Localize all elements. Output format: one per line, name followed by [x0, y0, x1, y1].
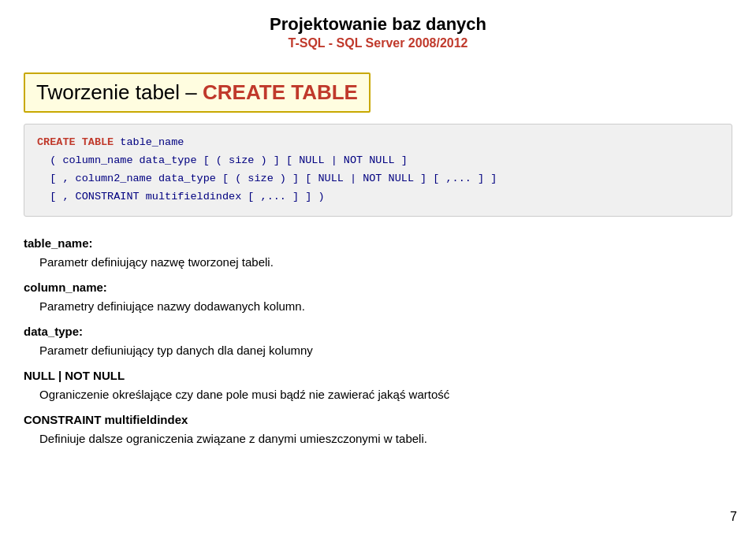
desc-term-3: data_type: — [24, 325, 83, 338]
code-keyword-create: CREATE — [37, 136, 76, 148]
header-subtitle: T-SQL - SQL Server 2008/2012 — [16, 36, 740, 50]
desc-text-3: Parametr defiuniujący typ danych dla dan… — [39, 344, 313, 357]
desc-term-1: table_name: — [24, 236, 93, 250]
desc-text-4: Ograniczenie określające czy dane pole m… — [39, 388, 449, 401]
desc-block-1: table_name: Parametr definiujący nazwę t… — [24, 234, 732, 272]
desc-block-5: CONSTRAINT multifieldindex Definiuje dal… — [24, 411, 732, 448]
code-text-3: [ , column2_name data_type [ ( size ) ] … — [37, 173, 497, 184]
code-text-2: ( column_name data_type [ ( size ) ] [ N… — [37, 154, 408, 166]
page-number: 7 — [730, 510, 737, 524]
code-text-4: [ , CONSTRAINT multifieldindex [ ,... ] … — [37, 191, 325, 202]
code-line-2: ( column_name data_type [ ( size ) ] [ N… — [37, 152, 719, 170]
page: Projektowanie baz danych T-SQL - SQL Ser… — [0, 0, 756, 535]
main-content: Tworzenie tabel – CREATE TABLE CREATE TA… — [0, 58, 756, 470]
header: Projektowanie baz danych T-SQL - SQL Ser… — [0, 0, 756, 58]
desc-block-2: column_name: Parametry definiujące nazwy… — [24, 278, 732, 316]
code-keyword-table: TABLE — [82, 136, 114, 148]
desc-text-1: Parametr definiujący nazwę tworzonej tab… — [39, 255, 274, 269]
desc-text-5: Definiuje dalsze ograniczenia związane z… — [39, 432, 427, 445]
desc-text-2: Parametry definiujące nazwy dodawanych k… — [39, 299, 305, 313]
code-line-1: CREATE TABLE table_name — [37, 134, 719, 152]
descriptions: table_name: Parametr definiujący nazwę t… — [24, 234, 732, 448]
desc-block-3: data_type: Parametr defiuniujący typ dan… — [24, 322, 732, 360]
code-block: CREATE TABLE table_name ( column_name da… — [24, 124, 732, 217]
code-tablename: table_name — [120, 136, 184, 148]
section-heading: Tworzenie tabel – CREATE TABLE — [24, 72, 371, 113]
header-title: Projektowanie baz danych — [16, 14, 740, 35]
code-line-3: [ , column2_name data_type [ ( size ) ] … — [37, 170, 719, 188]
section-heading-prefix: Tworzenie tabel – — [36, 80, 203, 104]
desc-block-4: NULL | NOT NULL Ograniczenie określające… — [24, 366, 732, 404]
code-line-4: [ , CONSTRAINT multifieldindex [ ,... ] … — [37, 188, 719, 206]
section-heading-highlight: CREATE TABLE — [203, 80, 358, 104]
desc-term-2: column_name: — [24, 281, 107, 294]
desc-term-4: NULL | NOT NULL — [24, 369, 125, 382]
desc-term-5: CONSTRAINT multifieldindex — [24, 413, 188, 426]
